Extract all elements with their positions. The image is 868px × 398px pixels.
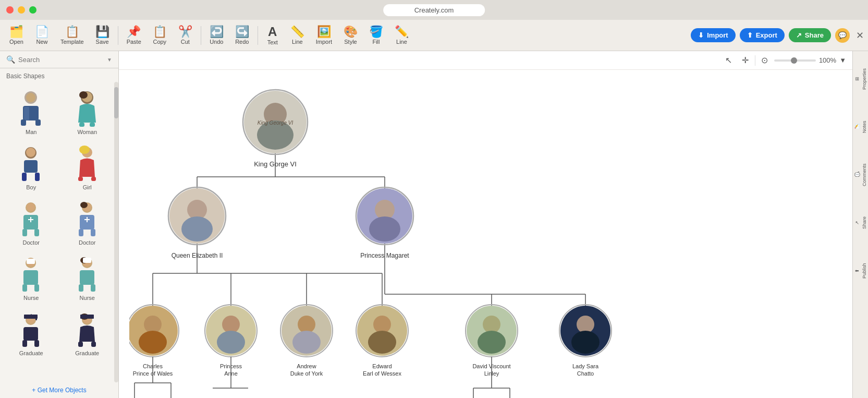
app-title: Creately.com — [383, 4, 485, 16]
svg-point-95 — [181, 216, 213, 242]
svg-rect-38 — [27, 259, 35, 264]
svg-rect-12 — [24, 160, 38, 173]
minimize-button[interactable] — [18, 6, 25, 14]
svg-point-107 — [217, 331, 245, 354]
svg-rect-18 — [78, 177, 83, 181]
copy-button[interactable]: 📋 Copy — [148, 24, 172, 47]
zoom-slider[interactable] — [774, 59, 816, 62]
close-x-button[interactable]: ✕ — [856, 30, 864, 41]
import-main-label: Import — [707, 31, 728, 39]
nurse-m-label: Nurse — [23, 295, 39, 301]
open-icon: 🗂️ — [9, 26, 23, 38]
import-button[interactable]: 🖼️ Import — [311, 24, 337, 47]
svg-point-115 — [368, 331, 396, 354]
shape-grad-m[interactable]: Graduate — [4, 307, 58, 360]
move-tool[interactable]: ✛ — [738, 53, 753, 68]
chat-icon[interactable]: 💬 — [835, 28, 850, 43]
svg-point-99 — [369, 216, 400, 242]
notes-panel-btn[interactable]: 📝 Notes — [853, 103, 868, 150]
share-panel-label: Share — [862, 216, 867, 229]
shape-nurse-f[interactable]: Nurse — [60, 252, 115, 305]
doctor-f-label: Doctor — [79, 239, 95, 246]
template-button[interactable]: 📋 Template — [55, 24, 89, 47]
new-icon: 📄 — [35, 26, 49, 38]
redo-label: Redo — [235, 39, 249, 45]
style-button[interactable]: 🎨 Style — [338, 24, 363, 47]
svg-rect-4 — [21, 119, 26, 126]
share-button[interactable]: ↗ Share — [789, 28, 831, 42]
new-button[interactable]: 📄 New — [30, 24, 54, 47]
undo-icon: ↩️ — [210, 26, 224, 38]
paste-button[interactable]: 📌 Paste — [121, 24, 146, 47]
target-tool[interactable]: ⊙ — [757, 53, 772, 68]
svg-rect-33 — [79, 229, 83, 236]
svg-rect-5 — [35, 119, 41, 126]
zoom-dropdown-icon[interactable]: ▼ — [839, 56, 846, 64]
shape-man[interactable]: Man — [4, 86, 58, 139]
search-input[interactable] — [18, 56, 104, 64]
shape-doctor-m[interactable]: Doctor — [4, 197, 58, 250]
shape-grad-f[interactable]: Graduate — [60, 307, 115, 360]
paste-label: Paste — [127, 39, 141, 45]
man-figure — [16, 90, 47, 127]
properties-label: Properties — [862, 68, 867, 89]
export-button[interactable]: ⬆ Export — [740, 28, 785, 42]
family-tree-canvas[interactable]: King George VI — [119, 70, 852, 398]
redo-button[interactable]: ↪️ Redo — [230, 24, 254, 47]
open-button[interactable]: 🗂️ Open — [4, 24, 29, 47]
line2-label: Line — [396, 39, 407, 45]
traffic-lights — [6, 6, 36, 14]
fill-label: Fill — [372, 39, 380, 45]
share-panel-icon: ↗ — [854, 221, 860, 225]
svg-text:Earl of Wessex: Earl of Wessex — [363, 370, 401, 377]
shape-girl[interactable]: Girl — [60, 141, 115, 195]
svg-point-3 — [26, 93, 35, 102]
search-bar: 🔍 ▼ — [0, 51, 118, 68]
svg-rect-34 — [91, 229, 95, 236]
svg-point-17 — [79, 146, 90, 154]
doctor-f-figure — [71, 201, 103, 237]
svg-point-8 — [79, 91, 88, 99]
publish-panel-btn[interactable]: ⬆ Publish — [853, 247, 868, 294]
get-more-button[interactable]: + Get More Objects — [0, 382, 118, 398]
shape-doctor-f[interactable]: Doctor — [60, 197, 115, 250]
share-panel-btn[interactable]: ↗ Share — [853, 199, 868, 246]
fill-button[interactable]: 🪣 Fill — [364, 24, 388, 47]
svg-rect-26 — [34, 229, 39, 236]
shape-nurse-m[interactable]: Nurse — [4, 252, 58, 305]
canvas-tools: ↖ ✛ ⊙ 100% ▼ — [722, 53, 846, 68]
grad-m-label: Graduate — [19, 350, 43, 356]
share-icon: ↗ — [796, 31, 802, 39]
comments-panel-btn[interactable]: 💬 Comments — [853, 151, 868, 198]
line2-button[interactable]: ✏️ Line — [389, 24, 414, 47]
select-tool[interactable]: ↖ — [722, 53, 736, 68]
copy-icon: 📋 — [153, 26, 167, 38]
svg-point-30 — [80, 202, 88, 208]
shape-boy[interactable]: Boy — [4, 141, 58, 195]
share-label: Share — [805, 31, 824, 39]
line-button[interactable]: 📏 Line — [285, 24, 310, 47]
svg-rect-40 — [34, 284, 39, 292]
import-main-button[interactable]: ⬇ Import — [691, 28, 735, 42]
svg-text:Queen Elizabeth II: Queen Elizabeth II — [172, 252, 223, 259]
close-button[interactable] — [6, 6, 14, 14]
import-main-icon: ⬇ — [698, 31, 704, 39]
shape-woman[interactable]: Woman — [60, 86, 115, 139]
main-layout: 🔍 ▼ Basic Shapes — [0, 51, 868, 398]
text-button[interactable]: A Text — [261, 23, 284, 47]
svg-rect-47 — [91, 284, 95, 292]
properties-panel-btn[interactable]: ⊞ Properties — [853, 55, 868, 102]
divider-2 — [201, 26, 201, 45]
svg-rect-60 — [78, 342, 83, 347]
import-tool-icon: 🖼️ — [317, 26, 331, 38]
cut-button[interactable]: ✂️ Cut — [173, 24, 198, 47]
undo-button[interactable]: ↩️ Undo — [204, 24, 229, 47]
fill-icon: 🪣 — [369, 26, 383, 38]
svg-text:Chatto: Chatto — [577, 370, 594, 377]
cut-icon: ✂️ — [178, 26, 192, 38]
doctor-m-label: Doctor — [23, 239, 40, 246]
save-button[interactable]: 💾 Save — [90, 24, 115, 47]
grad-f-figure — [71, 311, 103, 348]
properties-icon: ⊞ — [854, 77, 860, 81]
maximize-button[interactable] — [29, 6, 36, 14]
